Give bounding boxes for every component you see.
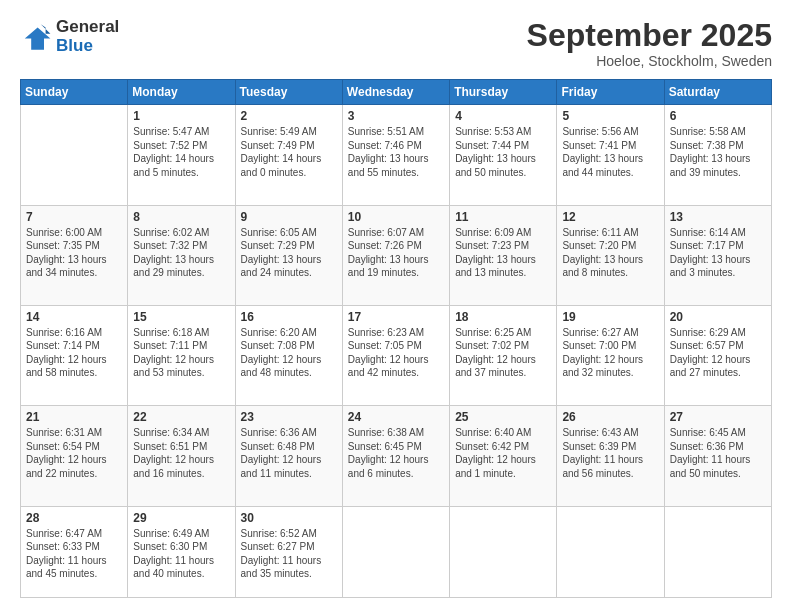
day-number: 19 [562,310,658,324]
day-info: Sunrise: 6:45 AM Sunset: 6:36 PM Dayligh… [670,426,766,480]
day-info: Sunrise: 6:36 AM Sunset: 6:48 PM Dayligh… [241,426,337,480]
day-number: 27 [670,410,766,424]
table-cell: 14Sunrise: 6:16 AM Sunset: 7:14 PM Dayli… [21,305,128,405]
day-info: Sunrise: 6:40 AM Sunset: 6:42 PM Dayligh… [455,426,551,480]
table-cell [664,506,771,597]
day-number: 3 [348,109,444,123]
table-cell [557,506,664,597]
day-number: 18 [455,310,551,324]
table-cell: 29Sunrise: 6:49 AM Sunset: 6:30 PM Dayli… [128,506,235,597]
col-wednesday: Wednesday [342,80,449,105]
day-info: Sunrise: 5:56 AM Sunset: 7:41 PM Dayligh… [562,125,658,179]
day-number: 30 [241,511,337,525]
calendar-week-row: 1Sunrise: 5:47 AM Sunset: 7:52 PM Daylig… [21,105,772,205]
day-number: 4 [455,109,551,123]
day-number: 20 [670,310,766,324]
table-cell: 19Sunrise: 6:27 AM Sunset: 7:00 PM Dayli… [557,305,664,405]
table-cell: 15Sunrise: 6:18 AM Sunset: 7:11 PM Dayli… [128,305,235,405]
day-info: Sunrise: 6:20 AM Sunset: 7:08 PM Dayligh… [241,326,337,380]
page: General Blue September 2025 Hoeloe, Stoc… [0,0,792,612]
day-number: 9 [241,210,337,224]
calendar-header-row: Sunday Monday Tuesday Wednesday Thursday… [21,80,772,105]
calendar-week-row: 7Sunrise: 6:00 AM Sunset: 7:35 PM Daylig… [21,205,772,305]
table-cell: 7Sunrise: 6:00 AM Sunset: 7:35 PM Daylig… [21,205,128,305]
day-number: 26 [562,410,658,424]
day-info: Sunrise: 6:25 AM Sunset: 7:02 PM Dayligh… [455,326,551,380]
day-info: Sunrise: 6:00 AM Sunset: 7:35 PM Dayligh… [26,226,122,280]
day-number: 24 [348,410,444,424]
table-cell: 1Sunrise: 5:47 AM Sunset: 7:52 PM Daylig… [128,105,235,205]
day-number: 11 [455,210,551,224]
day-number: 12 [562,210,658,224]
day-number: 29 [133,511,229,525]
col-thursday: Thursday [450,80,557,105]
day-info: Sunrise: 6:11 AM Sunset: 7:20 PM Dayligh… [562,226,658,280]
day-number: 22 [133,410,229,424]
calendar-week-row: 14Sunrise: 6:16 AM Sunset: 7:14 PM Dayli… [21,305,772,405]
day-info: Sunrise: 6:38 AM Sunset: 6:45 PM Dayligh… [348,426,444,480]
col-monday: Monday [128,80,235,105]
day-info: Sunrise: 6:05 AM Sunset: 7:29 PM Dayligh… [241,226,337,280]
logo-text: General Blue [56,18,119,55]
table-cell: 25Sunrise: 6:40 AM Sunset: 6:42 PM Dayli… [450,406,557,506]
day-number: 13 [670,210,766,224]
day-info: Sunrise: 6:16 AM Sunset: 7:14 PM Dayligh… [26,326,122,380]
table-cell [450,506,557,597]
day-info: Sunrise: 6:43 AM Sunset: 6:39 PM Dayligh… [562,426,658,480]
day-info: Sunrise: 5:49 AM Sunset: 7:49 PM Dayligh… [241,125,337,179]
day-number: 23 [241,410,337,424]
day-info: Sunrise: 6:31 AM Sunset: 6:54 PM Dayligh… [26,426,122,480]
day-info: Sunrise: 6:49 AM Sunset: 6:30 PM Dayligh… [133,527,229,581]
location: Hoeloe, Stockholm, Sweden [527,53,772,69]
logo-general-text: General [56,18,119,37]
table-cell: 13Sunrise: 6:14 AM Sunset: 7:17 PM Dayli… [664,205,771,305]
table-cell: 2Sunrise: 5:49 AM Sunset: 7:49 PM Daylig… [235,105,342,205]
day-info: Sunrise: 6:09 AM Sunset: 7:23 PM Dayligh… [455,226,551,280]
day-number: 17 [348,310,444,324]
day-info: Sunrise: 6:18 AM Sunset: 7:11 PM Dayligh… [133,326,229,380]
table-cell: 26Sunrise: 6:43 AM Sunset: 6:39 PM Dayli… [557,406,664,506]
day-number: 15 [133,310,229,324]
table-cell: 9Sunrise: 6:05 AM Sunset: 7:29 PM Daylig… [235,205,342,305]
day-number: 1 [133,109,229,123]
table-cell: 24Sunrise: 6:38 AM Sunset: 6:45 PM Dayli… [342,406,449,506]
day-info: Sunrise: 6:34 AM Sunset: 6:51 PM Dayligh… [133,426,229,480]
day-info: Sunrise: 6:14 AM Sunset: 7:17 PM Dayligh… [670,226,766,280]
day-info: Sunrise: 5:53 AM Sunset: 7:44 PM Dayligh… [455,125,551,179]
table-cell: 6Sunrise: 5:58 AM Sunset: 7:38 PM Daylig… [664,105,771,205]
day-info: Sunrise: 6:47 AM Sunset: 6:33 PM Dayligh… [26,527,122,581]
logo: General Blue [20,18,119,55]
logo-icon [20,21,52,53]
table-cell: 12Sunrise: 6:11 AM Sunset: 7:20 PM Dayli… [557,205,664,305]
day-number: 6 [670,109,766,123]
day-info: Sunrise: 6:52 AM Sunset: 6:27 PM Dayligh… [241,527,337,581]
day-info: Sunrise: 6:02 AM Sunset: 7:32 PM Dayligh… [133,226,229,280]
day-info: Sunrise: 6:27 AM Sunset: 7:00 PM Dayligh… [562,326,658,380]
table-cell: 17Sunrise: 6:23 AM Sunset: 7:05 PM Dayli… [342,305,449,405]
table-cell: 8Sunrise: 6:02 AM Sunset: 7:32 PM Daylig… [128,205,235,305]
day-number: 5 [562,109,658,123]
table-cell: 5Sunrise: 5:56 AM Sunset: 7:41 PM Daylig… [557,105,664,205]
table-cell [342,506,449,597]
day-info: Sunrise: 5:58 AM Sunset: 7:38 PM Dayligh… [670,125,766,179]
day-info: Sunrise: 5:51 AM Sunset: 7:46 PM Dayligh… [348,125,444,179]
day-number: 28 [26,511,122,525]
day-number: 2 [241,109,337,123]
day-info: Sunrise: 6:23 AM Sunset: 7:05 PM Dayligh… [348,326,444,380]
table-cell: 3Sunrise: 5:51 AM Sunset: 7:46 PM Daylig… [342,105,449,205]
day-number: 21 [26,410,122,424]
calendar-week-row: 28Sunrise: 6:47 AM Sunset: 6:33 PM Dayli… [21,506,772,597]
table-cell: 21Sunrise: 6:31 AM Sunset: 6:54 PM Dayli… [21,406,128,506]
header: General Blue September 2025 Hoeloe, Stoc… [20,18,772,69]
table-cell [21,105,128,205]
title-block: September 2025 Hoeloe, Stockholm, Sweden [527,18,772,69]
col-sunday: Sunday [21,80,128,105]
calendar-table: Sunday Monday Tuesday Wednesday Thursday… [20,79,772,598]
table-cell: 22Sunrise: 6:34 AM Sunset: 6:51 PM Dayli… [128,406,235,506]
col-tuesday: Tuesday [235,80,342,105]
table-cell: 18Sunrise: 6:25 AM Sunset: 7:02 PM Dayli… [450,305,557,405]
logo-blue-text: Blue [56,37,119,56]
col-friday: Friday [557,80,664,105]
table-cell: 11Sunrise: 6:09 AM Sunset: 7:23 PM Dayli… [450,205,557,305]
day-number: 10 [348,210,444,224]
